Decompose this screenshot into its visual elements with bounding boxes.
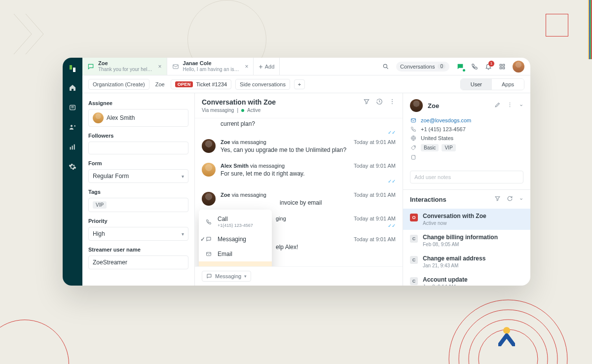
channel-call[interactable]: Call+1(415) 123-4567 bbox=[199, 212, 272, 232]
user-email[interactable]: zoe@lovesdogs.com bbox=[421, 117, 471, 123]
channel-sub: +1(415) 123-4567 bbox=[218, 223, 253, 228]
more-icon[interactable] bbox=[507, 101, 513, 110]
interactions-title: Interactions bbox=[410, 196, 446, 203]
interaction-item[interactable]: C Account updateJan 3, 9:14 AM bbox=[403, 272, 530, 286]
user-avatar bbox=[410, 99, 423, 112]
filter-icon[interactable] bbox=[494, 195, 501, 204]
note-icon bbox=[410, 154, 417, 160]
channel-internal-note[interactable]: Internal note bbox=[199, 261, 272, 266]
user-notes-input[interactable]: Add user notes bbox=[410, 171, 523, 183]
interaction-title: Account update bbox=[423, 276, 468, 283]
interaction-sub: Jan 21, 9:43 AM bbox=[423, 263, 485, 268]
assignee-label: Assignee bbox=[88, 100, 188, 106]
more-icon[interactable] bbox=[389, 98, 396, 107]
interaction-title: Change billing information bbox=[423, 234, 498, 241]
svg-point-13 bbox=[383, 64, 387, 68]
interaction-sub: Feb 08, 9:05 AM bbox=[423, 242, 498, 247]
channel-email[interactable]: Email bbox=[199, 247, 272, 261]
chevron-down-icon[interactable]: ⌄ bbox=[519, 195, 523, 204]
user-panel: Zoe ⌄ zoe@lovesdogs.com +1 (415) 123-456… bbox=[403, 93, 530, 286]
read-checks-icon: ✓✓ bbox=[202, 130, 396, 135]
entity-chip[interactable]: Zoe bbox=[153, 79, 167, 89]
user-phone: +1 (415) 123-4567 bbox=[421, 126, 466, 132]
priority-label: Priority bbox=[88, 218, 188, 224]
tab-zoe[interactable]: Zoe Thank you for your hel… × bbox=[82, 58, 167, 75]
add-side-conversation[interactable]: + bbox=[294, 79, 305, 89]
message-via: via messaging bbox=[250, 163, 285, 169]
close-icon[interactable]: × bbox=[245, 63, 248, 70]
nav-home[interactable] bbox=[68, 83, 77, 92]
conversation-via: Via messaging bbox=[202, 108, 234, 113]
org-chip[interactable]: Organization (Create) bbox=[88, 79, 149, 90]
svg-point-28 bbox=[414, 146, 415, 147]
apps-grid-icon[interactable] bbox=[499, 63, 506, 70]
interaction-item[interactable]: C Change billing informationFeb 08, 9:05… bbox=[403, 230, 530, 251]
nav-tickets[interactable] bbox=[68, 103, 77, 112]
tags-field[interactable]: VIP bbox=[88, 198, 188, 212]
messaging-icon[interactable] bbox=[456, 63, 464, 71]
side-conversations-chip[interactable]: Side conversations bbox=[235, 79, 290, 90]
segment-user[interactable]: User bbox=[461, 79, 492, 90]
form-value: Regular Form bbox=[93, 173, 129, 180]
edit-icon[interactable] bbox=[494, 101, 501, 110]
conversation-status: Active bbox=[247, 108, 260, 113]
streamer-field[interactable]: ZoeStreamer bbox=[88, 255, 188, 269]
interaction-item[interactable]: O Conversation with ZoeActive now bbox=[403, 209, 530, 230]
message-author: Alex Smith bbox=[221, 163, 249, 169]
bell-icon[interactable]: 1 bbox=[485, 63, 492, 70]
svg-point-18 bbox=[392, 99, 393, 100]
svg-rect-5 bbox=[70, 65, 72, 70]
mail-icon bbox=[410, 117, 417, 123]
ticket-chip[interactable]: OPEN Ticket #1234 bbox=[171, 79, 231, 89]
ticket-properties-panel: Assignee Alex Smith Followers Form Regul… bbox=[82, 93, 195, 286]
interaction-item[interactable]: C Change email addressJan 21, 9:43 AM bbox=[403, 251, 530, 272]
interactions-list: O Conversation with ZoeActive now C Chan… bbox=[403, 209, 530, 286]
phone-icon bbox=[205, 219, 213, 225]
tab-janae[interactable]: Janae Cole Hello, I am having an is… × bbox=[167, 58, 254, 75]
channel-label: Internal note bbox=[218, 265, 251, 266]
tab-subtitle: Thank you for your hel… bbox=[98, 67, 152, 73]
ticket-status-badge: OPEN bbox=[175, 81, 193, 87]
history-icon[interactable] bbox=[376, 98, 383, 107]
pill-count: 0 bbox=[438, 64, 445, 69]
assignee-field[interactable]: Alex Smith bbox=[88, 109, 188, 127]
nav-reports[interactable] bbox=[68, 143, 77, 151]
svg-rect-17 bbox=[503, 67, 505, 69]
nav-customers[interactable] bbox=[68, 123, 77, 132]
sub-toolbar: Organization (Create) Zoe OPEN Ticket #1… bbox=[82, 75, 530, 93]
chevron-down-icon[interactable]: ⌄ bbox=[519, 101, 523, 110]
conversations-pill[interactable]: Conversations 0 bbox=[396, 62, 449, 72]
svg-point-24 bbox=[510, 105, 511, 106]
channel-label: Call bbox=[218, 216, 228, 222]
assignee-name: Alex Smith bbox=[107, 114, 135, 121]
nav-settings[interactable] bbox=[68, 162, 77, 171]
mail-icon bbox=[205, 251, 213, 257]
globe-icon bbox=[410, 135, 417, 141]
filter-icon[interactable] bbox=[363, 98, 370, 107]
phone-icon[interactable] bbox=[471, 63, 478, 70]
plus-icon: + bbox=[259, 63, 262, 70]
segment-apps[interactable]: Apps bbox=[492, 79, 524, 90]
right-panel-segment: User Apps bbox=[460, 78, 524, 90]
status-c-badge: C bbox=[410, 277, 418, 285]
priority-select[interactable]: High ▾ bbox=[88, 227, 188, 241]
check-icon: ✓ bbox=[198, 236, 208, 243]
message-snippet: current plan? bbox=[202, 120, 396, 128]
user-tag: Basic bbox=[421, 144, 439, 151]
bg-quarter-circle bbox=[0, 320, 69, 364]
composer-channel-picker[interactable]: Messaging ▾ bbox=[202, 271, 251, 282]
channel-messaging[interactable]: ✓ Messaging bbox=[199, 232, 272, 247]
current-user-avatar[interactable] bbox=[513, 61, 524, 73]
close-icon[interactable]: × bbox=[158, 63, 162, 70]
followers-field[interactable] bbox=[88, 142, 188, 154]
avatar bbox=[202, 139, 216, 153]
form-select[interactable]: Regular Form ▾ bbox=[88, 169, 188, 183]
tab-add[interactable]: + Add bbox=[254, 58, 280, 75]
refresh-icon[interactable] bbox=[507, 195, 513, 204]
message-author: Zoe bbox=[221, 139, 230, 145]
interaction-sub: Jan 3, 9:14 AM bbox=[423, 284, 468, 286]
composer-channel-label: Messaging bbox=[215, 273, 241, 279]
message-text: For sure, let me do it right away. bbox=[221, 170, 396, 177]
search-icon[interactable] bbox=[382, 63, 389, 70]
svg-point-4 bbox=[503, 327, 510, 334]
